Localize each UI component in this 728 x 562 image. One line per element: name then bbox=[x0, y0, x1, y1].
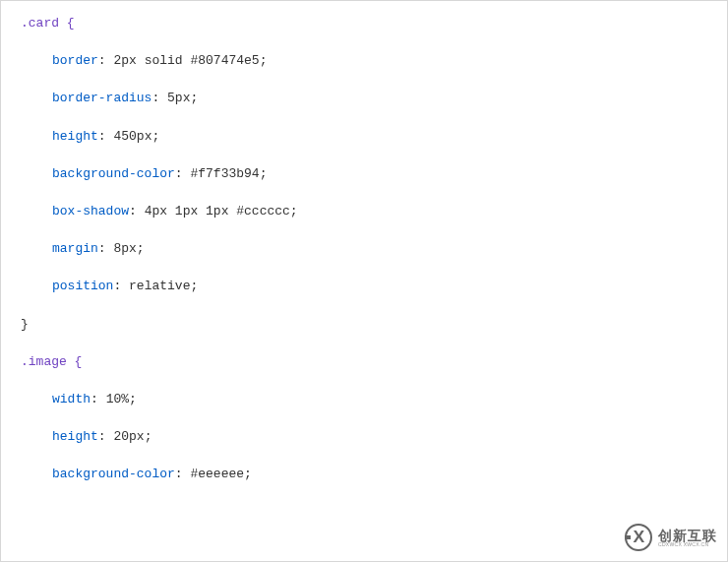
css-prop-line: height: 20px; bbox=[21, 428, 707, 446]
selector: .card { bbox=[21, 16, 75, 31]
css-prop-line: box-shadow: 4px 1px 1px #cccccc; bbox=[21, 203, 707, 220]
css-prop-line: background-color: #eeeeee; bbox=[21, 466, 707, 483]
watermark-text: 创新互联 CDXWCX XWCX.CN bbox=[658, 529, 717, 547]
watermark-tagline: CDXWCX XWCX.CN bbox=[658, 542, 717, 547]
css-prop-line: height: 450px; bbox=[21, 128, 707, 146]
code-block: .card { border: 2px solid #807474e5; bor… bbox=[1, 1, 727, 497]
css-prop-line: width: 10%; bbox=[21, 391, 707, 408]
css-prop-line: border: 2px solid #807474e5; bbox=[21, 52, 707, 70]
watermark: X 创新互联 CDXWCX XWCX.CN bbox=[625, 524, 717, 551]
css-selector-line: .card { bbox=[21, 15, 707, 32]
css-close-brace: } bbox=[21, 316, 707, 334]
watermark-brand: 创新互联 bbox=[658, 529, 717, 542]
css-prop-line: position: relative; bbox=[21, 278, 707, 295]
css-prop-line: background-color: #f7f33b94; bbox=[21, 165, 707, 183]
css-prop-line: border-radius: 5px; bbox=[21, 90, 707, 107]
selector: .image { bbox=[21, 354, 82, 369]
css-selector-line: .image { bbox=[21, 353, 707, 371]
css-prop-line: margin: 8px; bbox=[21, 240, 707, 258]
watermark-logo-icon: X bbox=[625, 524, 652, 551]
